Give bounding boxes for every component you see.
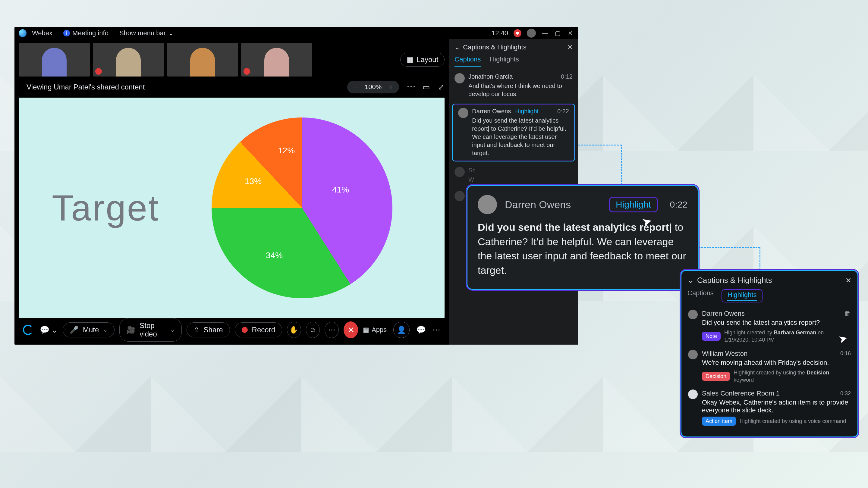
apps-button[interactable]: ▦ Apps — [363, 326, 387, 334]
display-icon[interactable]: ▭ — [423, 83, 430, 92]
assistant-orb-icon[interactable] — [23, 325, 33, 335]
tab-highlights[interactable]: Highlights — [721, 289, 763, 302]
participant-thumbnail[interactable] — [167, 43, 238, 76]
pie-slice-label: 41% — [332, 185, 349, 195]
pie-chart — [212, 118, 393, 298]
apps-icon: ▦ — [363, 326, 369, 334]
mic-icon: 🎤 — [70, 326, 79, 334]
panel-title: Captions & Highlights — [697, 275, 772, 285]
participant-thumbnail[interactable] — [241, 43, 312, 76]
minimize-button[interactable]: — — [541, 30, 549, 37]
annotate-icon[interactable]: 〰 — [407, 83, 415, 92]
camera-icon: 🎥 — [126, 326, 135, 334]
highlight-item[interactable]: Sales Conference Room 1 0:32 Okay Webex,… — [687, 387, 851, 429]
avatar — [455, 73, 465, 84]
popout-text: Did you send the latest analytics report… — [478, 220, 687, 278]
caption-time: 0:12 — [561, 73, 572, 80]
highlight-time: 0:16 — [840, 350, 851, 357]
shared-content-stage: Target 41% 34% 13% 12% — [19, 98, 444, 318]
caption-text: And that's where I think we need to deve… — [468, 82, 572, 98]
caption-text: Did you send the latest analytics report… — [472, 117, 569, 157]
muted-icon — [244, 68, 250, 75]
highlight-author: William Weston — [702, 350, 747, 358]
chevron-down-icon: ⌄ — [103, 327, 107, 333]
meeting-info-button[interactable]: i Meeting info — [63, 29, 108, 37]
highlight-text: Okay Webex, Catherine's action item is t… — [702, 398, 851, 414]
webex-logo-icon — [19, 29, 27, 37]
more-options-button[interactable]: ⋯ — [324, 322, 339, 338]
layout-button[interactable]: ▦ Layout — [400, 53, 444, 67]
highlights-panel: ⌄ Captions & Highlights ✕ Captions Highl… — [681, 270, 858, 437]
highlight-button[interactable]: Highlight — [609, 197, 658, 213]
caption-item[interactable]: Sc W — [449, 163, 578, 187]
zoom-control: − 100% + — [347, 81, 399, 93]
stop-video-button[interactable]: 🎥 Stop video ⌄ — [119, 318, 181, 341]
trash-icon[interactable]: 🗑 — [844, 310, 851, 318]
popout-author: Darren Owens — [505, 199, 571, 210]
chevron-down-icon[interactable]: ⌄ — [455, 43, 460, 51]
avatar — [688, 310, 698, 319]
caption-item-highlighted[interactable]: Darren Owens Highlight 0:22 Did you send… — [452, 104, 575, 161]
share-button[interactable]: ⇪ Share — [187, 322, 230, 337]
expand-icon[interactable]: ⤢ — [438, 83, 444, 92]
caption-time: 0:22 — [557, 108, 569, 115]
pie-slice-label: 34% — [266, 251, 283, 260]
show-menu-bar-button[interactable]: Show menu bar ⌄ — [119, 29, 174, 37]
pie-slice-label: 12% — [278, 146, 295, 156]
highlight-caption-popout: Darren Owens Highlight 0:22 Did you send… — [467, 185, 699, 290]
tab-highlights[interactable]: Highlights — [490, 56, 519, 67]
tag-action-item: Action item — [702, 417, 736, 426]
avatar — [688, 390, 698, 399]
caption-item[interactable]: Jonathon Garcia 0:12 And that's where I … — [449, 70, 578, 102]
highlight-item[interactable]: William Weston 0:16 We're moving ahead w… — [687, 347, 851, 387]
participant-thumbnail[interactable] — [93, 43, 164, 76]
pie-slice-label: 13% — [245, 176, 261, 186]
participants-button[interactable]: 👤 — [393, 322, 410, 338]
avatar — [688, 350, 698, 359]
slide-title: Target — [52, 187, 160, 229]
highlight-author: Sales Conference Room 1 — [702, 390, 780, 397]
chevron-down-icon: ⌄ — [51, 325, 58, 335]
chevron-down-icon[interactable]: ⌄ — [687, 275, 694, 285]
zoom-in-button[interactable]: + — [386, 82, 396, 92]
reactions-button[interactable]: ☺ — [306, 322, 320, 338]
highlight-item[interactable]: Darren Owens 🗑 Did you send the latest a… — [687, 307, 851, 347]
record-icon — [242, 327, 248, 333]
tab-captions[interactable]: Captions — [455, 56, 481, 67]
chevron-down-icon: ⌄ — [168, 29, 174, 37]
avatar — [458, 108, 468, 118]
zoom-level: 100% — [362, 83, 384, 91]
record-button[interactable]: Record — [235, 322, 282, 337]
muted-icon — [95, 68, 102, 75]
avatar — [455, 167, 465, 177]
end-call-button[interactable]: ✕ — [344, 321, 358, 338]
raise-hand-button[interactable]: ✋ — [287, 322, 301, 338]
tag-decision: Decision — [702, 372, 730, 381]
viewing-label: Viewing Umar Patel's shared content — [27, 83, 145, 91]
zoom-out-button[interactable]: − — [350, 82, 361, 92]
participant-thumbnail[interactable] — [19, 43, 90, 76]
meeting-clock: 12:40 — [492, 29, 508, 37]
grid-icon: ▦ — [407, 56, 413, 64]
self-avatar[interactable] — [527, 29, 536, 38]
tab-captions[interactable]: Captions — [687, 289, 714, 302]
highlight-author: Darren Owens — [702, 310, 745, 318]
overflow-icon[interactable]: ⋯ — [433, 325, 440, 335]
close-window-button[interactable]: ✕ — [567, 30, 574, 37]
close-panel-button[interactable]: ✕ — [845, 276, 851, 285]
chat-bubble-icon[interactable]: 💬 — [416, 325, 426, 335]
avatar — [455, 191, 465, 201]
chevron-down-icon: ⌄ — [170, 327, 175, 333]
share-icon: ⇪ — [193, 326, 199, 334]
chat-panel-button[interactable]: 💬 ⌄ — [40, 325, 58, 335]
highlight-time: 0:32 — [840, 390, 851, 397]
caption-highlight-badge: Highlight — [515, 108, 538, 115]
avatar — [478, 195, 497, 214]
maximize-button[interactable]: ▢ — [554, 30, 561, 37]
close-sidebar-button[interactable]: ✕ — [567, 43, 572, 51]
info-icon: i — [63, 30, 70, 36]
caption-author: Jonathon Garcia — [468, 73, 513, 80]
popout-time: 0:22 — [670, 199, 687, 210]
tag-note: Note — [702, 332, 721, 341]
mute-button[interactable]: 🎤 Mute ⌄ — [63, 322, 115, 337]
